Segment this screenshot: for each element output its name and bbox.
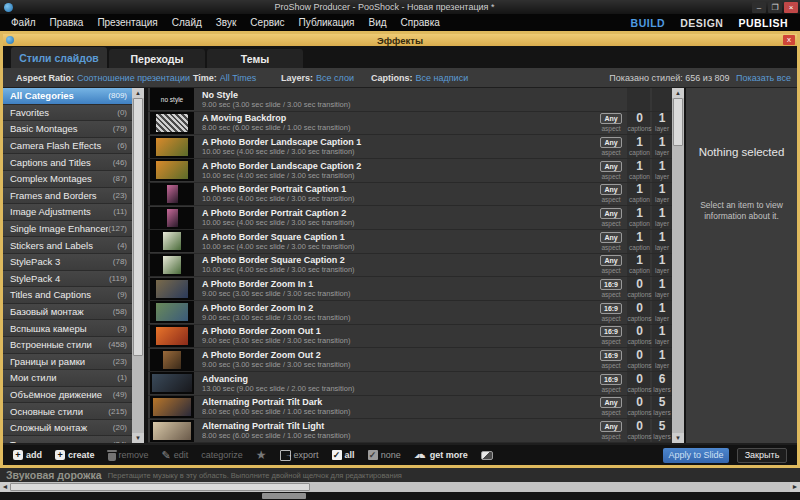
- mode-build[interactable]: BUILD: [631, 17, 666, 29]
- toolbar-create[interactable]: create: [55, 450, 95, 460]
- style-row[interactable]: Alternating Portrait Tilt Light8.00 sec …: [148, 419, 672, 443]
- menu-item[interactable]: Правка: [43, 17, 91, 28]
- scroll-right-icon[interactable]: ►: [790, 482, 800, 492]
- sidebar-category[interactable]: StylePack 4(119): [3, 271, 132, 288]
- toolbar-none[interactable]: none: [368, 450, 401, 460]
- list-scrollbar[interactable]: ▲ ▼: [672, 88, 684, 443]
- captions-count: 0: [636, 303, 643, 314]
- sidebar-category[interactable]: Вспышка камеры(3): [3, 320, 132, 337]
- sidebar-category[interactable]: Captions and Titles(46): [3, 154, 132, 171]
- menu-right: BUILDDESIGNPUBLISH: [631, 17, 788, 29]
- menu-item[interactable]: Файл: [4, 17, 43, 28]
- aspect-badge: 16:9: [600, 374, 622, 385]
- style-row[interactable]: A Moving Backdrop8.00 sec (6.00 sec slid…: [148, 112, 672, 136]
- layers-label: layers: [653, 386, 670, 393]
- style-row[interactable]: A Photo Border Square Caption 210.00 sec…: [148, 254, 672, 278]
- style-row[interactable]: no styleNo Style9.00 sec (3.00 sec slide…: [148, 88, 672, 112]
- toolbar-all[interactable]: all: [332, 450, 355, 460]
- tab-slide-styles[interactable]: Стили слайдов: [11, 47, 107, 68]
- style-row[interactable]: Advancing13.00 sec (9.00 sec slide / 2.0…: [148, 372, 672, 396]
- sidebar-category[interactable]: Stickers and Labels(4): [3, 237, 132, 254]
- sidebar-category[interactable]: Объёмное движение(49): [3, 387, 132, 404]
- sidebar-category[interactable]: Встроенные стили(458): [3, 337, 132, 354]
- apply-to-slide-button[interactable]: Apply to Slide: [663, 448, 729, 463]
- toolbar-monitor-icon[interactable]: [481, 451, 493, 460]
- tab-themes[interactable]: Темы: [207, 49, 303, 68]
- toolbar-get-more[interactable]: get more: [414, 450, 468, 461]
- dialog-close-icon[interactable]: x: [783, 35, 795, 45]
- captions-column: 1caption: [627, 206, 652, 229]
- toolbar-star-icon[interactable]: [256, 448, 267, 462]
- style-row[interactable]: A Photo Border Zoom Out 29.00 sec (3.00 …: [148, 348, 672, 372]
- filter-value[interactable]: All Times: [220, 73, 257, 83]
- scrollbar-thumb[interactable]: [673, 98, 683, 146]
- filter-label: Captions:: [371, 73, 413, 83]
- toolbar-edit[interactable]: edit: [162, 449, 189, 462]
- sidebar-category[interactable]: Camera Flash Effects(6): [3, 138, 132, 155]
- scroll-down-icon[interactable]: ▼: [132, 433, 144, 443]
- sidebar-category[interactable]: Basic Montages(79): [3, 121, 132, 138]
- menu-item[interactable]: Публикация: [292, 17, 362, 28]
- style-row[interactable]: A Photo Border Landscape Caption 110.00 …: [148, 135, 672, 159]
- toolbar-categorize[interactable]: categorize: [201, 450, 243, 460]
- style-row[interactable]: A Photo Border Landscape Caption 210.00 …: [148, 159, 672, 183]
- sidebar-category[interactable]: Мои стили(1): [3, 370, 132, 387]
- filter-value[interactable]: Все надписи: [416, 73, 469, 83]
- sidebar-category[interactable]: Frames and Borders(23): [3, 188, 132, 205]
- menu-item[interactable]: Звук: [209, 17, 244, 28]
- style-row[interactable]: A Photo Border Zoom In 29.00 sec (3.00 s…: [148, 301, 672, 325]
- style-row[interactable]: A Photo Border Zoom Out 19.00 sec (3.00 …: [148, 325, 672, 349]
- style-row[interactable]: A Photo Border Portrait Caption 110.00 s…: [148, 183, 672, 207]
- sidebar-category[interactable]: All Categories(809): [3, 88, 132, 105]
- category-count: (46): [113, 158, 132, 167]
- filter-value[interactable]: Соотношение презентации: [77, 73, 190, 83]
- sidebar-category[interactable]: Complex Montages(87): [3, 171, 132, 188]
- timeline-handle[interactable]: [262, 493, 306, 499]
- menu-item[interactable]: Слайд: [165, 17, 209, 28]
- sidebar-category[interactable]: Сложный монтаж(20): [3, 420, 132, 437]
- horizontal-scrollbar[interactable]: ◄ ►: [0, 482, 800, 492]
- close-dialog-button[interactable]: Закрыть: [737, 448, 787, 463]
- scroll-up-icon[interactable]: ▲: [132, 88, 144, 98]
- scrollbar-thumb[interactable]: [133, 98, 143, 356]
- aspect-badge: 16:9: [600, 326, 622, 337]
- maximize-button[interactable]: ❐: [768, 2, 782, 13]
- sidebar-category[interactable]: Single Image Enhancements(127): [3, 221, 132, 238]
- sidebar-category[interactable]: StylePack 3(78): [3, 254, 132, 271]
- mode-publish[interactable]: PUBLISH: [738, 17, 788, 29]
- sidebar-category[interactable]: Titles and Captions(9): [3, 287, 132, 304]
- toolbar-export[interactable]: export: [280, 450, 319, 461]
- style-row[interactable]: A Photo Border Zoom In 19.00 sec (3.00 s…: [148, 277, 672, 301]
- sidebar-category[interactable]: Базовый монтаж(58): [3, 304, 132, 321]
- soundtrack-hint: Перетащите музыку в эту область. Выполни…: [108, 471, 402, 480]
- sidebar-category[interactable]: Основные стили(215): [3, 403, 132, 420]
- filter-value[interactable]: Все слои: [316, 73, 354, 83]
- toolbar-add[interactable]: add: [13, 450, 42, 460]
- category-count: (9): [117, 290, 132, 299]
- sidebar-category[interactable]: Image Adjustments(11): [3, 204, 132, 221]
- layers-column: 1layer: [652, 325, 672, 348]
- scrollbar-thumb[interactable]: [10, 483, 310, 491]
- menu-item[interactable]: Презентация: [90, 17, 164, 28]
- scroll-left-icon[interactable]: ◄: [0, 482, 10, 492]
- layers-label: layer: [655, 196, 669, 203]
- style-row[interactable]: A Photo Border Portrait Caption 210.00 s…: [148, 206, 672, 230]
- style-row[interactable]: Alternating Portrait Tilt Dark8.00 sec (…: [148, 396, 672, 420]
- scroll-up-icon[interactable]: ▲: [672, 88, 684, 98]
- close-window-button[interactable]: ×: [784, 2, 798, 13]
- sidebar-category[interactable]: Favorites(0): [3, 105, 132, 122]
- menu-item[interactable]: Сервис: [243, 17, 291, 28]
- menu-item[interactable]: Справка: [394, 17, 447, 28]
- tab-transitions[interactable]: Переходы: [109, 49, 205, 68]
- sidebar-category[interactable]: Границы и рамки(23): [3, 354, 132, 371]
- aspect-badge: Any: [600, 184, 621, 195]
- sidebar-scrollbar[interactable]: ▲ ▼: [132, 88, 144, 443]
- toolbar-remove[interactable]: remove: [108, 450, 149, 461]
- minimize-button[interactable]: –: [752, 2, 766, 13]
- style-thumbnail: [150, 349, 194, 371]
- style-row[interactable]: A Photo Border Square Caption 110.00 sec…: [148, 230, 672, 254]
- scroll-down-icon[interactable]: ▼: [672, 433, 684, 443]
- mode-design[interactable]: DESIGN: [680, 17, 723, 29]
- show-all-link[interactable]: Показать все: [736, 73, 791, 83]
- menu-item[interactable]: Вид: [361, 17, 393, 28]
